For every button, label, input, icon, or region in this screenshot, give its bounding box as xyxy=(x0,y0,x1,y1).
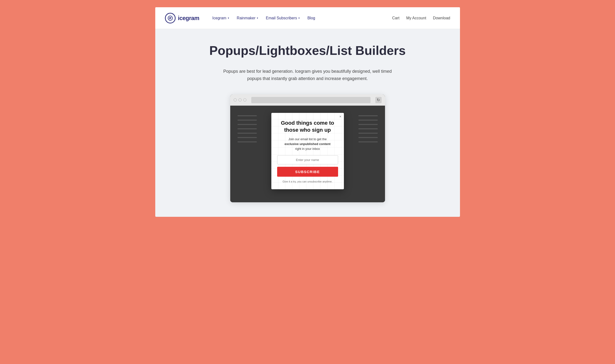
download-link[interactable]: Download xyxy=(433,16,450,20)
page-line xyxy=(238,137,257,138)
nav-item-rainmaker: Rainmaker ▾ xyxy=(233,14,261,22)
browser-refresh-icon: ↻ xyxy=(375,97,382,103)
popup-footer-text: Give it a try, you can unsubscribe anyti… xyxy=(277,180,338,184)
browser-dot-2 xyxy=(239,98,241,102)
nav-item-icegram: Icegram ▾ xyxy=(209,14,232,22)
main-container: icegram Icegram ▾ Rainmaker ▾ xyxy=(155,7,460,217)
page-line xyxy=(358,141,378,142)
page-description: Popups are best for lead generation. Ice… xyxy=(218,68,397,82)
browser-address-bar xyxy=(251,97,371,103)
page-lines-left xyxy=(238,115,257,142)
page-line xyxy=(358,133,378,134)
logo-text: icegram xyxy=(178,15,200,22)
nav-link-email-subscribers[interactable]: Email Subscribers ▾ xyxy=(262,14,303,22)
name-input[interactable] xyxy=(277,156,338,164)
nav-link-icegram[interactable]: Icegram ▾ xyxy=(209,14,232,22)
page-line xyxy=(358,128,378,129)
page-line xyxy=(238,115,257,116)
page-line xyxy=(358,120,378,121)
logo-icon xyxy=(165,13,175,24)
nav-right: Cart My Account Download xyxy=(392,16,450,20)
popup-close-button[interactable]: × xyxy=(339,115,341,118)
page-line xyxy=(358,137,378,138)
page-title: Popups/Lightboxes/List Builders xyxy=(209,43,406,58)
cart-link[interactable]: Cart xyxy=(392,16,399,20)
page-line xyxy=(238,128,257,129)
logo-link[interactable]: icegram xyxy=(165,13,200,24)
nav-left: icegram Icegram ▾ Rainmaker ▾ xyxy=(165,13,319,24)
page-lines-right xyxy=(358,115,378,142)
browser-toolbar: ↻ xyxy=(230,94,385,106)
subscribe-button[interactable]: SUBSCRIBE xyxy=(277,167,338,177)
content-area: Popups/Lightboxes/List Builders Popups a… xyxy=(155,29,460,217)
nav-link-rainmaker[interactable]: Rainmaker ▾ xyxy=(233,14,261,22)
nav-link-blog[interactable]: Blog xyxy=(304,14,319,22)
nav-menu: Icegram ▾ Rainmaker ▾ Email Subscribers … xyxy=(209,14,319,22)
page-line xyxy=(358,124,378,125)
page-line xyxy=(238,120,257,121)
page-line xyxy=(358,115,378,116)
browser-mockup: ↻ xyxy=(230,94,385,202)
browser-dot-3 xyxy=(243,98,246,102)
chevron-down-icon: ▾ xyxy=(228,17,229,19)
nav-item-blog: Blog xyxy=(304,14,319,22)
my-account-link[interactable]: My Account xyxy=(406,16,426,20)
nav-item-email-subscribers: Email Subscribers ▾ xyxy=(262,14,303,22)
browser-content: × Good things come to those who sign up … xyxy=(230,106,385,202)
chevron-down-icon: ▾ xyxy=(298,17,300,19)
page-line xyxy=(238,133,257,134)
chevron-down-icon: ▾ xyxy=(257,17,258,19)
browser-dot-1 xyxy=(234,98,237,102)
browser-dots xyxy=(234,98,246,102)
popup-headline: Good things come to those who sign up xyxy=(277,120,338,133)
nav-bar: icegram Icegram ▾ Rainmaker ▾ xyxy=(155,7,460,29)
popup-sub-text: Join our email list to get the exclusive… xyxy=(277,137,338,151)
popup-modal: × Good things come to those who sign up … xyxy=(271,113,344,189)
page-line xyxy=(238,141,257,142)
page-line xyxy=(238,124,257,125)
